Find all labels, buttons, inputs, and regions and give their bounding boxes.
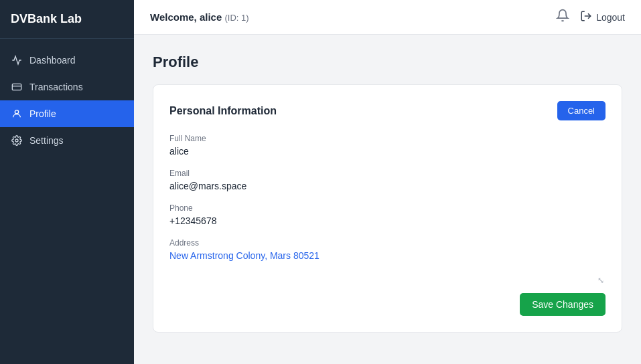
logout-button[interactable]: Logout [580,10,625,25]
address-field: Address New Armstrong Colony, Mars 80521 [169,238,606,261]
svg-point-2 [15,110,18,114]
sidebar-item-profile[interactable]: Profile [0,100,134,127]
profile-icon [11,108,23,120]
transactions-icon [11,81,23,93]
resize-handle-icon: ⤡ [597,276,604,285]
card-title: Personal Information [169,105,277,117]
sidebar-nav: Dashboard Transactions Profile [0,39,134,162]
logout-icon [580,10,592,25]
phone-value: +12345678 [169,215,606,226]
dashboard-icon [11,54,23,66]
address-value: New Armstrong Colony, Mars 80521 [169,250,606,261]
sidebar-item-transactions-label: Transactions [29,82,83,92]
full-name-label: Full Name [169,134,606,143]
main-area: Welcome, alice (ID: 1) Logout [134,0,641,364]
resize-area: ⤡ [169,273,606,288]
svg-point-3 [15,139,18,142]
page-title: Profile [153,54,622,71]
logout-label: Logout [596,12,625,23]
sidebar: DVBank Lab Dashboard Transactions [0,0,134,364]
phone-label: Phone [169,203,606,213]
save-changes-button[interactable]: Save Changes [520,293,606,316]
sidebar-item-dashboard-label: Dashboard [29,55,76,66]
bell-icon[interactable] [556,9,569,25]
address-label: Address [169,238,606,248]
profile-card: Personal Information Cancel Full Name al… [153,84,622,333]
content-area: Profile Personal Information Cancel Full… [134,35,641,364]
settings-icon [11,134,23,147]
sidebar-item-settings-label: Settings [29,135,64,146]
email-field: Email alice@mars.space [169,169,606,191]
sidebar-item-settings[interactable]: Settings [0,127,134,154]
cancel-button[interactable]: Cancel [557,101,606,120]
welcome-text: Welcome, alice [150,11,222,23]
svg-rect-0 [12,84,21,90]
sidebar-item-transactions[interactable]: Transactions [0,74,134,100]
app-logo: DVBank Lab [0,0,134,39]
user-id: (ID: 1) [224,13,248,23]
card-footer: Save Changes [169,293,606,316]
sidebar-item-profile-label: Profile [29,108,56,119]
full-name-field: Full Name alice [169,134,606,157]
card-header: Personal Information Cancel [169,101,606,120]
phone-field: Phone +12345678 [169,203,606,226]
full-name-value: alice [169,146,606,157]
header-actions: Logout [556,9,625,25]
header: Welcome, alice (ID: 1) Logout [134,0,641,35]
sidebar-item-dashboard[interactable]: Dashboard [0,47,134,74]
email-value: alice@mars.space [169,181,606,191]
email-label: Email [169,169,606,178]
header-welcome: Welcome, alice (ID: 1) [150,11,249,23]
